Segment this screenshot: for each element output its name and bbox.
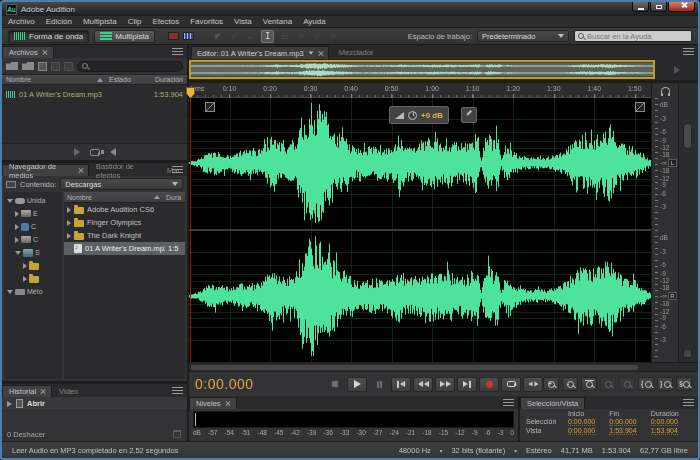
column-nombre[interactable]: Nombre — [67, 194, 154, 201]
go-to-end-button[interactable] — [457, 377, 477, 392]
files-search-input[interactable] — [91, 63, 178, 70]
gain-knob-icon[interactable] — [408, 111, 417, 120]
headphones-icon[interactable] — [661, 87, 670, 94]
multitrack-mode-button[interactable]: Multipista — [94, 30, 155, 43]
column-nombre[interactable]: Nombre — [6, 76, 97, 83]
tab-seleccion-vista[interactable]: Selección/Vista — [520, 397, 585, 409]
sort-ascending-icon[interactable] — [97, 78, 103, 82]
move-tool-icon[interactable]: ◤ — [213, 32, 223, 41]
caret-closed-icon[interactable] — [67, 207, 71, 213]
amplitude-ruler[interactable]: dB-3-3-6-6-9-9-12-12-18-18-∞LdB-3-3-6-6-… — [652, 98, 678, 362]
trash-icon[interactable] — [173, 430, 181, 438]
caret-closed-icon[interactable] — [23, 276, 27, 282]
media-row[interactable]: 01 A Writer's Dream.mp31:5 — [64, 242, 185, 255]
hud-pin-button[interactable] — [461, 107, 477, 123]
tab-editor[interactable]: Editor: 01 A Writer's Dream.mp3 — [191, 46, 329, 59]
sort-ascending-icon[interactable] — [154, 195, 160, 199]
files-search-box[interactable] — [77, 61, 183, 72]
tab-navegador-de-medios[interactable]: Navegador de medios — [2, 164, 89, 176]
fast-forward-button[interactable] — [435, 377, 455, 392]
vertical-scrollbar[interactable] — [678, 83, 698, 362]
panel-menu-icon[interactable] — [683, 399, 694, 406]
close-icon[interactable] — [318, 51, 323, 56]
marquee-tool-icon[interactable]: ▭ — [280, 32, 290, 41]
close-button[interactable] — [668, 2, 695, 12]
caret-closed-icon[interactable] — [67, 233, 71, 239]
channel-right-select-box[interactable] — [635, 102, 645, 112]
close-icon[interactable] — [225, 401, 230, 406]
loop-playback-button[interactable] — [501, 377, 521, 392]
tab-video[interactable]: Video — [52, 385, 85, 397]
selection-start-value[interactable]: 0:00.000 — [568, 418, 595, 426]
overview-scroll-icon[interactable] — [674, 66, 680, 74]
help-search-box[interactable] — [574, 30, 692, 42]
timeline-ruler[interactable]: hms 0:100:200:300:400:501:001:101:201:30… — [189, 83, 651, 98]
time-display[interactable]: 0:00.000 — [195, 376, 325, 392]
menu-archivo[interactable]: Archivo — [8, 17, 35, 26]
waveform-mode-button[interactable]: Forma de onda — [8, 30, 89, 43]
preview-play-icon[interactable] — [74, 148, 80, 156]
tab-niveles[interactable]: Niveles — [189, 397, 237, 409]
view-end-value[interactable]: 1:53.904 — [609, 427, 636, 435]
caret-closed-icon[interactable] — [15, 237, 19, 243]
chevron-down-icon[interactable] — [308, 51, 313, 54]
menu-ayuda[interactable]: Ayuda — [303, 17, 326, 26]
zoom-amplitude-in-button[interactable] — [600, 377, 616, 391]
tree-item[interactable]: C — [4, 220, 62, 233]
zoom-to-in-point-button[interactable]: { — [638, 377, 654, 391]
channel-left-select-box[interactable] — [205, 102, 215, 112]
close-icon[interactable] — [78, 168, 82, 173]
content-dropdown[interactable]: Descargas — [60, 178, 183, 190]
media-row[interactable]: Finger Olympics — [64, 216, 185, 229]
panel-menu-icon[interactable] — [172, 166, 183, 173]
menu-multipista[interactable]: Multipista — [83, 17, 117, 26]
maximize-button[interactable] — [650, 2, 667, 12]
tab-mezclador[interactable]: Mezclador — [329, 46, 384, 59]
tree-item[interactable] — [4, 272, 62, 285]
horizontal-scrollbar-thumb[interactable] — [191, 365, 638, 370]
view-duration-value[interactable]: 1:53.904 — [651, 427, 678, 435]
slip-tool-icon[interactable]: ↔ — [245, 32, 255, 41]
paintbrush-tool-icon[interactable]: ∕ — [312, 32, 322, 41]
file-row[interactable]: 01 A Writer's Dream.mp3 1:53.904 — [2, 88, 187, 100]
gain-hud[interactable]: +0 dB — [389, 106, 449, 124]
selection-duration-value[interactable]: 0:00.000 — [651, 418, 678, 426]
title-bar[interactable]: Au Adobe Audition — [2, 2, 698, 16]
tree-item[interactable]: Méto — [4, 285, 62, 298]
selection-end-value[interactable]: 0:00.000 — [609, 418, 636, 426]
overview-waveform-canvas[interactable] — [191, 62, 653, 77]
overview-range-bar[interactable] — [189, 60, 655, 79]
caret-closed-icon[interactable] — [23, 263, 27, 269]
waveform-display-icon[interactable] — [168, 32, 179, 40]
caret-closed-icon[interactable] — [15, 211, 19, 217]
menu-edición[interactable]: Edición — [46, 17, 72, 26]
tree-item[interactable] — [4, 259, 62, 272]
caret-open-icon[interactable] — [7, 199, 13, 203]
record-button[interactable] — [479, 377, 499, 392]
zoom-to-selection-button[interactable]: § — [676, 377, 692, 391]
tree-item[interactable]: C — [4, 233, 62, 246]
hud-gain-value[interactable]: +0 dB — [421, 111, 443, 120]
media-row[interactable]: The Dark Knight — [64, 229, 185, 242]
new-file-icon[interactable] — [38, 62, 47, 71]
stop-button[interactable] — [325, 377, 345, 392]
caret-open-icon[interactable] — [7, 290, 13, 294]
tab-archivos[interactable]: Archivos — [2, 46, 54, 58]
import-file-icon[interactable] — [22, 62, 34, 70]
workspace-dropdown[interactable]: Predeterminado — [477, 30, 569, 42]
loop-preview-icon[interactable] — [90, 149, 100, 156]
tree-item[interactable]: S — [4, 246, 62, 259]
caret-closed-icon[interactable] — [15, 224, 19, 230]
panel-menu-icon[interactable] — [172, 387, 183, 394]
play-button[interactable] — [347, 377, 367, 392]
skip-selection-button[interactable] — [523, 377, 543, 392]
pause-button[interactable] — [369, 377, 389, 392]
open-file-icon[interactable] — [6, 62, 18, 70]
media-source-icon[interactable] — [6, 181, 16, 188]
column-duracion[interactable]: Dura — [166, 194, 182, 201]
zoom-out-full-button[interactable] — [581, 377, 597, 391]
close-icon[interactable] — [42, 50, 47, 55]
menu-clip[interactable]: Clip — [128, 17, 142, 26]
spot-healing-tool-icon[interactable]: ○ — [328, 32, 338, 41]
tab-historial[interactable]: Historial — [2, 385, 52, 397]
